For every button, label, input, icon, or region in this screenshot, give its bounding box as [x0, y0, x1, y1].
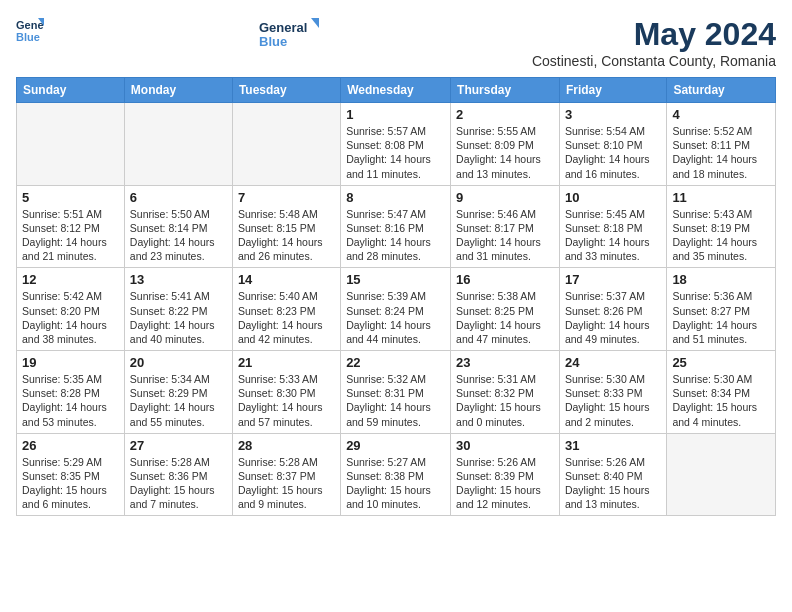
weekday-header-row: SundayMondayTuesdayWednesdayThursdayFrid…: [17, 78, 776, 103]
svg-marker-6: [311, 18, 319, 28]
day-number: 1: [346, 107, 445, 122]
day-number: 26: [22, 438, 119, 453]
day-cell: 23Sunrise: 5:31 AM Sunset: 8:32 PM Dayli…: [451, 351, 560, 434]
day-number: 11: [672, 190, 770, 205]
weekday-monday: Monday: [124, 78, 232, 103]
svg-text:Blue: Blue: [16, 31, 40, 43]
weekday-thursday: Thursday: [451, 78, 560, 103]
day-number: 19: [22, 355, 119, 370]
week-row-2: 12Sunrise: 5:42 AM Sunset: 8:20 PM Dayli…: [17, 268, 776, 351]
day-cell: 6Sunrise: 5:50 AM Sunset: 8:14 PM Daylig…: [124, 185, 232, 268]
day-number: 5: [22, 190, 119, 205]
day-cell: 15Sunrise: 5:39 AM Sunset: 8:24 PM Dayli…: [341, 268, 451, 351]
day-number: 16: [456, 272, 554, 287]
day-info: Sunrise: 5:30 AM Sunset: 8:33 PM Dayligh…: [565, 372, 661, 429]
day-info: Sunrise: 5:46 AM Sunset: 8:17 PM Dayligh…: [456, 207, 554, 264]
day-cell: [124, 103, 232, 186]
day-info: Sunrise: 5:47 AM Sunset: 8:16 PM Dayligh…: [346, 207, 445, 264]
day-info: Sunrise: 5:48 AM Sunset: 8:15 PM Dayligh…: [238, 207, 335, 264]
page-header: General Blue General Blue May 2024 Costi…: [16, 16, 776, 69]
weekday-friday: Friday: [559, 78, 666, 103]
weekday-saturday: Saturday: [667, 78, 776, 103]
day-cell: 2Sunrise: 5:55 AM Sunset: 8:09 PM Daylig…: [451, 103, 560, 186]
day-cell: 30Sunrise: 5:26 AM Sunset: 8:39 PM Dayli…: [451, 433, 560, 516]
day-info: Sunrise: 5:45 AM Sunset: 8:18 PM Dayligh…: [565, 207, 661, 264]
day-number: 29: [346, 438, 445, 453]
day-number: 27: [130, 438, 227, 453]
title-block: May 2024 Costinesti, Constanta County, R…: [532, 16, 776, 69]
day-cell: 4Sunrise: 5:52 AM Sunset: 8:11 PM Daylig…: [667, 103, 776, 186]
day-cell: 26Sunrise: 5:29 AM Sunset: 8:35 PM Dayli…: [17, 433, 125, 516]
week-row-0: 1Sunrise: 5:57 AM Sunset: 8:08 PM Daylig…: [17, 103, 776, 186]
day-info: Sunrise: 5:39 AM Sunset: 8:24 PM Dayligh…: [346, 289, 445, 346]
day-cell: 22Sunrise: 5:32 AM Sunset: 8:31 PM Dayli…: [341, 351, 451, 434]
day-info: Sunrise: 5:28 AM Sunset: 8:36 PM Dayligh…: [130, 455, 227, 512]
day-info: Sunrise: 5:26 AM Sunset: 8:40 PM Dayligh…: [565, 455, 661, 512]
day-cell: [667, 433, 776, 516]
day-info: Sunrise: 5:36 AM Sunset: 8:27 PM Dayligh…: [672, 289, 770, 346]
day-number: 24: [565, 355, 661, 370]
day-cell: 29Sunrise: 5:27 AM Sunset: 8:38 PM Dayli…: [341, 433, 451, 516]
day-cell: 13Sunrise: 5:41 AM Sunset: 8:22 PM Dayli…: [124, 268, 232, 351]
day-cell: 3Sunrise: 5:54 AM Sunset: 8:10 PM Daylig…: [559, 103, 666, 186]
calendar-body: 1Sunrise: 5:57 AM Sunset: 8:08 PM Daylig…: [17, 103, 776, 516]
day-info: Sunrise: 5:41 AM Sunset: 8:22 PM Dayligh…: [130, 289, 227, 346]
day-info: Sunrise: 5:26 AM Sunset: 8:39 PM Dayligh…: [456, 455, 554, 512]
day-info: Sunrise: 5:54 AM Sunset: 8:10 PM Dayligh…: [565, 124, 661, 181]
day-number: 28: [238, 438, 335, 453]
day-number: 12: [22, 272, 119, 287]
day-number: 9: [456, 190, 554, 205]
day-info: Sunrise: 5:29 AM Sunset: 8:35 PM Dayligh…: [22, 455, 119, 512]
day-info: Sunrise: 5:40 AM Sunset: 8:23 PM Dayligh…: [238, 289, 335, 346]
day-number: 10: [565, 190, 661, 205]
day-info: Sunrise: 5:35 AM Sunset: 8:28 PM Dayligh…: [22, 372, 119, 429]
day-cell: 8Sunrise: 5:47 AM Sunset: 8:16 PM Daylig…: [341, 185, 451, 268]
day-number: 6: [130, 190, 227, 205]
day-info: Sunrise: 5:30 AM Sunset: 8:34 PM Dayligh…: [672, 372, 770, 429]
day-cell: 28Sunrise: 5:28 AM Sunset: 8:37 PM Dayli…: [232, 433, 340, 516]
logo-icon: General Blue: [16, 16, 44, 44]
day-info: Sunrise: 5:34 AM Sunset: 8:29 PM Dayligh…: [130, 372, 227, 429]
day-number: 15: [346, 272, 445, 287]
day-cell: [232, 103, 340, 186]
day-cell: 1Sunrise: 5:57 AM Sunset: 8:08 PM Daylig…: [341, 103, 451, 186]
weekday-tuesday: Tuesday: [232, 78, 340, 103]
day-number: 21: [238, 355, 335, 370]
day-cell: 10Sunrise: 5:45 AM Sunset: 8:18 PM Dayli…: [559, 185, 666, 268]
day-cell: 12Sunrise: 5:42 AM Sunset: 8:20 PM Dayli…: [17, 268, 125, 351]
day-number: 17: [565, 272, 661, 287]
logo-text-block: General Blue: [259, 16, 319, 52]
day-cell: 19Sunrise: 5:35 AM Sunset: 8:28 PM Dayli…: [17, 351, 125, 434]
day-cell: 7Sunrise: 5:48 AM Sunset: 8:15 PM Daylig…: [232, 185, 340, 268]
day-info: Sunrise: 5:33 AM Sunset: 8:30 PM Dayligh…: [238, 372, 335, 429]
day-info: Sunrise: 5:37 AM Sunset: 8:26 PM Dayligh…: [565, 289, 661, 346]
day-number: 25: [672, 355, 770, 370]
logo: General Blue: [16, 16, 46, 44]
day-info: Sunrise: 5:57 AM Sunset: 8:08 PM Dayligh…: [346, 124, 445, 181]
day-info: Sunrise: 5:38 AM Sunset: 8:25 PM Dayligh…: [456, 289, 554, 346]
day-info: Sunrise: 5:28 AM Sunset: 8:37 PM Dayligh…: [238, 455, 335, 512]
month-title: May 2024: [532, 16, 776, 53]
day-number: 20: [130, 355, 227, 370]
day-number: 2: [456, 107, 554, 122]
day-info: Sunrise: 5:27 AM Sunset: 8:38 PM Dayligh…: [346, 455, 445, 512]
day-number: 30: [456, 438, 554, 453]
week-row-3: 19Sunrise: 5:35 AM Sunset: 8:28 PM Dayli…: [17, 351, 776, 434]
day-info: Sunrise: 5:55 AM Sunset: 8:09 PM Dayligh…: [456, 124, 554, 181]
logo-svg: General Blue: [259, 16, 319, 52]
day-cell: 20Sunrise: 5:34 AM Sunset: 8:29 PM Dayli…: [124, 351, 232, 434]
day-info: Sunrise: 5:32 AM Sunset: 8:31 PM Dayligh…: [346, 372, 445, 429]
day-cell: 9Sunrise: 5:46 AM Sunset: 8:17 PM Daylig…: [451, 185, 560, 268]
day-number: 3: [565, 107, 661, 122]
weekday-sunday: Sunday: [17, 78, 125, 103]
day-cell: 16Sunrise: 5:38 AM Sunset: 8:25 PM Dayli…: [451, 268, 560, 351]
day-info: Sunrise: 5:50 AM Sunset: 8:14 PM Dayligh…: [130, 207, 227, 264]
svg-text:General: General: [259, 20, 307, 35]
day-number: 23: [456, 355, 554, 370]
day-info: Sunrise: 5:51 AM Sunset: 8:12 PM Dayligh…: [22, 207, 119, 264]
day-cell: 5Sunrise: 5:51 AM Sunset: 8:12 PM Daylig…: [17, 185, 125, 268]
day-cell: 27Sunrise: 5:28 AM Sunset: 8:36 PM Dayli…: [124, 433, 232, 516]
day-cell: 18Sunrise: 5:36 AM Sunset: 8:27 PM Dayli…: [667, 268, 776, 351]
day-cell: 17Sunrise: 5:37 AM Sunset: 8:26 PM Dayli…: [559, 268, 666, 351]
day-number: 22: [346, 355, 445, 370]
